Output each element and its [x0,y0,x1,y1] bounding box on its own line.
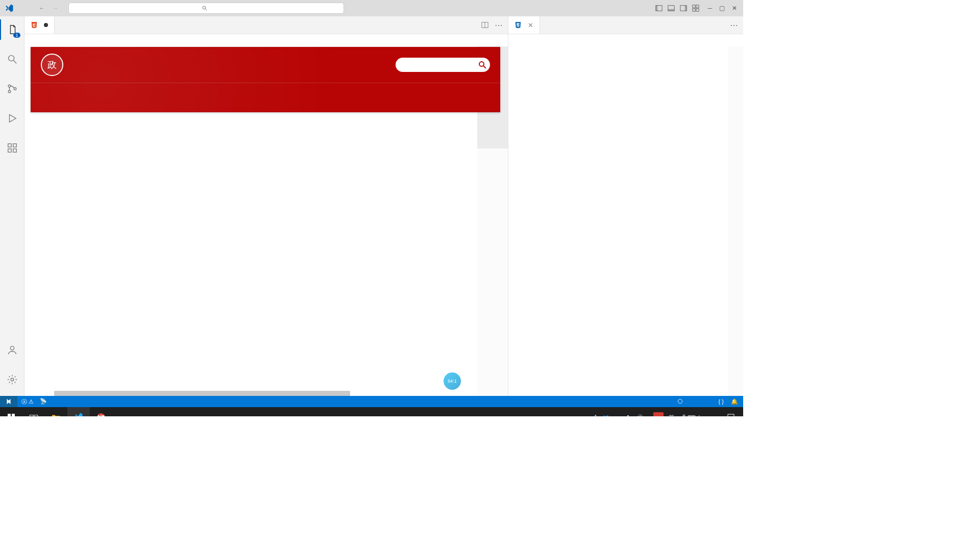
svg-rect-8 [693,5,695,8]
svg-line-26 [483,66,486,68]
svg-point-16 [14,88,16,90]
problems-status[interactable]: ⓧ ⚠ [21,398,34,406]
window-controls: ─ ▢ ✕ [707,5,743,12]
svg-point-12 [8,56,14,61]
svg-rect-3 [656,6,658,11]
layout-panel-icon[interactable] [668,5,675,12]
history-nav: ← → [39,5,58,12]
tray-chevron-icon[interactable]: ˄ [594,414,597,417]
html-file-icon [31,21,38,29]
svg-rect-10 [693,9,695,11]
chrome-taskbar-icon[interactable] [90,407,112,416]
tray-ime-extra[interactable]: 英 , 🎤 ⌨ ☾ [669,414,702,417]
assistant-badge-icon[interactable]: 64:1 [444,372,461,390]
svg-rect-33 [34,415,38,416]
breadcrumb-right[interactable] [508,34,743,46]
settings-gear-icon[interactable] [0,369,24,390]
titlebar: ← → ─ ▢ ✕ [0,0,743,16]
website-header-preview: 政 [31,47,500,112]
line-numbers [508,46,538,396]
ime-indicator[interactable] [653,412,664,416]
more-actions-icon[interactable]: ⋯ [495,20,503,30]
notifications-icon[interactable]: 🔔 [731,398,738,405]
tray-people-icon[interactable]: 👥 [602,414,609,417]
layout-sidebar-right-icon[interactable] [680,5,687,12]
tab-bar-right: ✕ ⋯ [508,16,743,34]
tab-bar-left: ⋯ [24,16,508,34]
site-search-input[interactable] [402,62,478,68]
more-actions-icon[interactable]: ⋯ [730,20,738,30]
site-search[interactable] [396,58,490,72]
action-center-icon[interactable] [721,407,741,416]
remote-indicator-icon[interactable] [0,396,17,407]
ports-status[interactable]: 📡 [40,398,47,406]
maximize-icon[interactable]: ▢ [719,5,725,12]
layout-controls [655,5,707,12]
minimize-icon[interactable]: ─ [707,5,712,12]
editor-group-right: ✕ ⋯ [508,16,743,396]
site-logo[interactable]: 政 [41,54,68,76]
nav-forward-icon[interactable]: → [52,5,58,12]
svg-rect-20 [13,144,16,147]
source-control-icon[interactable] [0,79,24,99]
vscode-logo-icon [0,4,18,13]
layout-customize-icon[interactable] [692,5,699,12]
status-bar: ⓧ ⚠ 📡 { } 🔔 [0,396,743,407]
svg-rect-19 [13,149,16,152]
svg-rect-9 [696,5,699,8]
svg-point-25 [479,62,484,66]
tab-index-html[interactable] [24,16,55,34]
tab-index-css[interactable]: ✕ [508,16,540,34]
svg-point-0 [203,6,206,9]
svg-point-15 [8,90,11,93]
svg-rect-18 [8,149,11,152]
svg-point-22 [11,378,14,381]
university-seal-icon: 政 [41,54,63,76]
command-center[interactable] [68,3,344,14]
svg-point-14 [8,85,11,87]
css-file-icon [514,21,522,29]
svg-line-13 [13,61,16,64]
language-mode[interactable]: { } [719,398,724,405]
svg-rect-29 [12,414,15,416]
close-tab-icon[interactable]: ✕ [528,21,533,29]
svg-line-1 [206,9,207,11]
code-content[interactable] [538,46,743,396]
svg-point-27 [678,399,682,403]
start-button[interactable] [0,407,22,416]
search-icon[interactable] [0,49,24,69]
accounts-icon[interactable] [0,340,24,360]
minimap[interactable] [728,46,743,396]
split-editor-icon[interactable] [481,21,488,29]
dirty-indicator-icon [44,23,48,27]
layout-sidebar-left-icon[interactable] [655,5,663,12]
svg-rect-28 [8,414,11,416]
breadcrumb-left[interactable] [24,34,508,46]
search-button-icon[interactable] [478,60,487,69]
tray-volume-icon[interactable]: 🔊 [636,414,643,417]
svg-rect-17 [8,144,11,147]
windows-taskbar: ˄ 👥 ☁ 🖧 🔊 英 , 🎤 ⌨ ☾ [0,407,743,416]
editor-css[interactable] [508,46,743,396]
svg-point-21 [10,346,14,350]
close-icon[interactable]: ✕ [732,5,737,12]
task-view-icon[interactable] [22,407,45,416]
svg-rect-5 [668,9,674,11]
svg-rect-37 [728,414,734,416]
svg-rect-7 [685,6,687,11]
horizontal-scrollbar[interactable] [54,391,477,396]
svg-rect-11 [696,9,699,11]
run-debug-icon[interactable] [0,108,24,129]
extensions-icon[interactable] [0,138,24,158]
go-to-line[interactable] [677,398,683,405]
explorer-badge: 1 [13,33,20,38]
activity-bar: 1 [0,16,24,396]
tray-onedrive-icon[interactable]: ☁ [615,414,620,417]
vscode-taskbar-icon[interactable] [67,407,90,416]
explorer-icon[interactable]: 1 [0,19,24,40]
main-nav [31,83,500,108]
svg-rect-32 [30,415,33,416]
tray-network-icon[interactable]: 🖧 [625,414,631,416]
nav-back-icon[interactable]: ← [39,5,45,12]
file-explorer-icon[interactable] [45,407,67,416]
